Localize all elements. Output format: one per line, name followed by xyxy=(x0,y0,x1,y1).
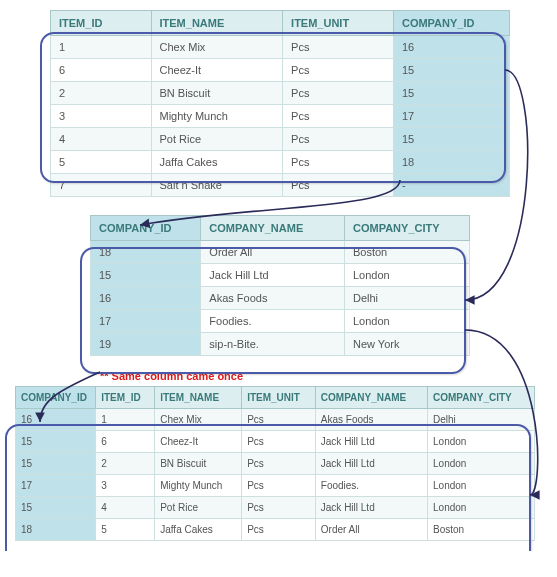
col-company-id: COMPANY_ID xyxy=(393,11,509,36)
company-table: COMPANY_ID COMPANY_NAME COMPANY_CITY 18O… xyxy=(90,215,470,356)
joined-table: COMPANY_ID ITEM_ID ITEM_NAME ITEM_UNIT C… xyxy=(15,386,535,541)
col-item-name: ITEM_NAME xyxy=(155,387,242,409)
col-company-name: COMPANY_NAME xyxy=(315,387,427,409)
table-row: 152BN BiscuitPcsJack Hill LtdLondon xyxy=(16,453,535,475)
same-column-note: ** Same column came once xyxy=(100,370,547,382)
col-company-id: COMPANY_ID xyxy=(91,216,201,241)
items-header-row: ITEM_ID ITEM_NAME ITEM_UNIT COMPANY_ID xyxy=(51,11,510,36)
col-item-name: ITEM_NAME xyxy=(151,11,283,36)
table-row: 154Pot RicePcsJack Hill LtdLondon xyxy=(16,497,535,519)
table-row: 16Akas FoodsDelhi xyxy=(91,287,470,310)
col-company-name: COMPANY_NAME xyxy=(201,216,345,241)
table-row: 173Mighty MunchPcsFoodies.London xyxy=(16,475,535,497)
col-company-city: COMPANY_CITY xyxy=(428,387,535,409)
table-row: 18Order AllBoston xyxy=(91,241,470,264)
col-company-id: COMPANY_ID xyxy=(16,387,96,409)
col-item-unit: ITEM_UNIT xyxy=(242,387,316,409)
table-row: 6Cheez-ItPcs15 xyxy=(51,59,510,82)
table-row: 15Jack Hill LtdLondon xyxy=(91,264,470,287)
table-row: 19sip-n-Bite.New York xyxy=(91,333,470,356)
col-company-city: COMPANY_CITY xyxy=(344,216,469,241)
table-row: 2BN BiscuitPcs15 xyxy=(51,82,510,105)
table-row: 5Jaffa CakesPcs18 xyxy=(51,151,510,174)
company-header-row: COMPANY_ID COMPANY_NAME COMPANY_CITY xyxy=(91,216,470,241)
table-row: 3Mighty MunchPcs17 xyxy=(51,105,510,128)
table-row: 17Foodies.London xyxy=(91,310,470,333)
items-table: ITEM_ID ITEM_NAME ITEM_UNIT COMPANY_ID 1… xyxy=(50,10,510,197)
table-row: 185Jaffa CakesPcsOrder AllBoston xyxy=(16,519,535,541)
table-row: 156Cheez-ItPcsJack Hill LtdLondon xyxy=(16,431,535,453)
joined-header-row: COMPANY_ID ITEM_ID ITEM_NAME ITEM_UNIT C… xyxy=(16,387,535,409)
table-row: 7Salt n ShakePcs- xyxy=(51,174,510,197)
table-row: 161Chex MixPcsAkas FoodsDelhi xyxy=(16,409,535,431)
col-item-unit: ITEM_UNIT xyxy=(283,11,394,36)
col-item-id: ITEM_ID xyxy=(51,11,152,36)
table-row: 4Pot RicePcs15 xyxy=(51,128,510,151)
table-row: 1Chex MixPcs16 xyxy=(51,36,510,59)
col-item-id: ITEM_ID xyxy=(96,387,155,409)
